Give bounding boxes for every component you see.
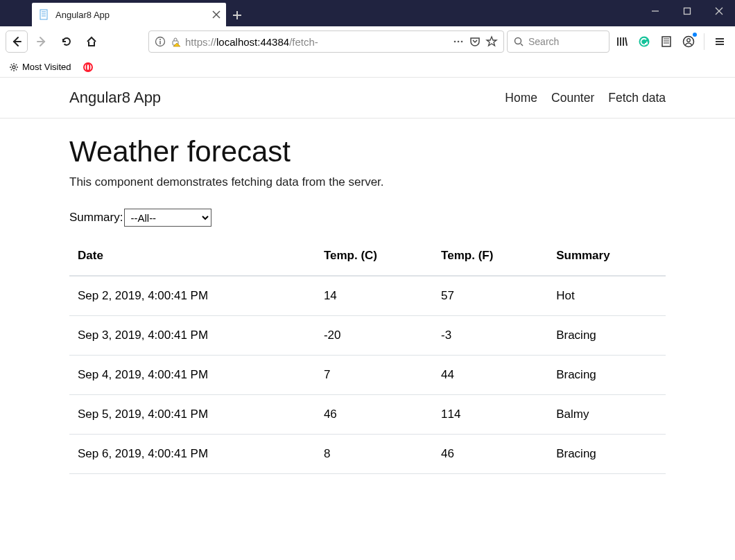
bookmark-star-icon[interactable] bbox=[485, 35, 498, 48]
cell-tempF: 57 bbox=[433, 276, 548, 316]
col-summary: Summary bbox=[548, 236, 666, 276]
svg-point-18 bbox=[454, 41, 456, 43]
col-temp-f: Temp. (F) bbox=[433, 236, 548, 276]
nav-link-fetch-data[interactable]: Fetch data bbox=[608, 91, 666, 105]
col-temp-c: Temp. (C) bbox=[315, 236, 433, 276]
table-row: Sep 6, 2019, 4:00:41 PM846Bracing bbox=[69, 435, 666, 474]
search-icon bbox=[513, 36, 524, 47]
nav-link-home[interactable]: Home bbox=[505, 91, 537, 105]
app-brand[interactable]: Angular8 App bbox=[69, 89, 161, 107]
svg-point-37 bbox=[12, 66, 15, 69]
cell-tempC: 7 bbox=[315, 356, 433, 395]
pocket-icon[interactable] bbox=[469, 35, 481, 48]
cell-summary: Bracing bbox=[548, 435, 666, 474]
reload-button[interactable] bbox=[55, 30, 78, 53]
forward-button bbox=[31, 30, 53, 53]
app-header: Angular8 App Home Counter Fetch data bbox=[0, 78, 735, 119]
app-nav: Home Counter Fetch data bbox=[505, 91, 666, 105]
tab-title: Angular8 App bbox=[55, 10, 110, 20]
cell-summary: Bracing bbox=[548, 356, 666, 395]
site-info-icon[interactable] bbox=[155, 36, 166, 47]
cell-date: Sep 4, 2019, 4:00:41 PM bbox=[69, 356, 315, 395]
url-text: https://localhost:44384/fetch- bbox=[185, 36, 448, 48]
forecast-table: Date Temp. (C) Temp. (F) Summary Sep 2, … bbox=[69, 236, 666, 474]
window-minimize-button[interactable] bbox=[639, 0, 671, 22]
svg-point-20 bbox=[461, 41, 463, 43]
hamburger-menu-button[interactable] bbox=[710, 32, 729, 51]
bookmark-opera[interactable] bbox=[80, 60, 96, 74]
cell-date: Sep 3, 2019, 4:00:41 PM bbox=[69, 316, 315, 356]
url-host: localhost bbox=[216, 36, 257, 48]
grammarly-extension-icon[interactable] bbox=[634, 32, 654, 51]
security-lock-warning-icon[interactable] bbox=[170, 36, 181, 47]
table-row: Sep 4, 2019, 4:00:41 PM744Bracing bbox=[69, 356, 666, 395]
address-bar[interactable]: https://localhost:44384/fetch- bbox=[148, 30, 504, 53]
svg-rect-9 bbox=[684, 8, 691, 15]
window-maximize-button[interactable] bbox=[671, 0, 703, 22]
reader-view-icon[interactable] bbox=[657, 32, 676, 51]
search-bar[interactable]: Search bbox=[507, 30, 609, 53]
svg-rect-0 bbox=[40, 10, 47, 19]
nav-link-counter[interactable]: Counter bbox=[551, 91, 594, 105]
search-placeholder: Search bbox=[528, 36, 603, 47]
url-scheme: https:// bbox=[185, 36, 216, 48]
bookmarks-toolbar: Most Visited bbox=[0, 57, 735, 78]
gear-icon bbox=[8, 62, 19, 73]
new-tab-button[interactable] bbox=[226, 4, 248, 26]
tab-favicon-icon bbox=[39, 9, 50, 20]
browser-tab[interactable]: Angular8 App bbox=[32, 3, 226, 26]
toolbar-right bbox=[612, 32, 729, 51]
table-row: Sep 3, 2019, 4:00:41 PM-20-3Bracing bbox=[69, 316, 666, 356]
page-container: Weather forecast This component demonstr… bbox=[69, 135, 666, 474]
col-date: Date bbox=[69, 236, 315, 276]
cell-summary: Hot bbox=[548, 276, 666, 316]
svg-point-15 bbox=[159, 39, 161, 40]
table-row: Sep 5, 2019, 4:00:41 PM46114Balmy bbox=[69, 395, 666, 435]
tab-close-button[interactable] bbox=[212, 10, 220, 19]
window-close-button[interactable] bbox=[703, 0, 735, 22]
svg-line-22 bbox=[521, 44, 523, 46]
page-description: This component demonstrates fetching dat… bbox=[69, 175, 666, 189]
filter-label: Summary: bbox=[69, 211, 123, 225]
library-icon[interactable] bbox=[612, 32, 632, 51]
svg-point-19 bbox=[458, 41, 460, 43]
table-row: Sep 2, 2019, 4:00:41 PM1457Hot bbox=[69, 276, 666, 316]
browser-navbar: https://localhost:44384/fetch- Search bbox=[0, 26, 735, 57]
cell-tempC: 8 bbox=[315, 435, 433, 474]
window-controls bbox=[639, 0, 735, 26]
filter-row: Summary: --All-- bbox=[69, 209, 666, 227]
cell-date: Sep 5, 2019, 4:00:41 PM bbox=[69, 395, 315, 435]
cell-tempC: 46 bbox=[315, 395, 433, 435]
cell-summary: Balmy bbox=[548, 395, 666, 435]
bookmark-most-visited[interactable]: Most Visited bbox=[6, 60, 74, 74]
cell-tempC: 14 bbox=[315, 276, 433, 316]
svg-point-33 bbox=[687, 39, 691, 42]
cell-date: Sep 6, 2019, 4:00:41 PM bbox=[69, 435, 315, 474]
url-port: :44384 bbox=[257, 36, 289, 48]
cell-date: Sep 2, 2019, 4:00:41 PM bbox=[69, 276, 315, 316]
cell-tempF: 114 bbox=[433, 395, 548, 435]
home-button[interactable] bbox=[80, 30, 103, 53]
svg-line-26 bbox=[625, 37, 627, 46]
table-header-row: Date Temp. (C) Temp. (F) Summary bbox=[69, 236, 666, 276]
page-title: Weather forecast bbox=[69, 135, 666, 168]
back-button[interactable] bbox=[6, 30, 28, 53]
window-titlebar: Angular8 App bbox=[0, 0, 735, 26]
toolbar-separator bbox=[704, 33, 704, 50]
bookmark-label: Most Visited bbox=[22, 62, 71, 72]
cell-tempF: -3 bbox=[433, 316, 548, 356]
cell-tempF: 44 bbox=[433, 356, 548, 395]
account-icon[interactable] bbox=[679, 32, 698, 51]
opera-icon bbox=[83, 62, 94, 73]
cell-summary: Bracing bbox=[548, 316, 666, 356]
page-actions-ellipsis-icon[interactable] bbox=[452, 35, 465, 48]
cell-tempC: -20 bbox=[315, 316, 433, 356]
svg-point-39 bbox=[86, 64, 89, 71]
summary-filter-select[interactable]: --All-- bbox=[124, 209, 211, 227]
url-path: /fetch- bbox=[289, 36, 318, 48]
svg-point-21 bbox=[515, 38, 521, 44]
svg-rect-28 bbox=[662, 37, 671, 46]
cell-tempF: 46 bbox=[433, 435, 548, 474]
